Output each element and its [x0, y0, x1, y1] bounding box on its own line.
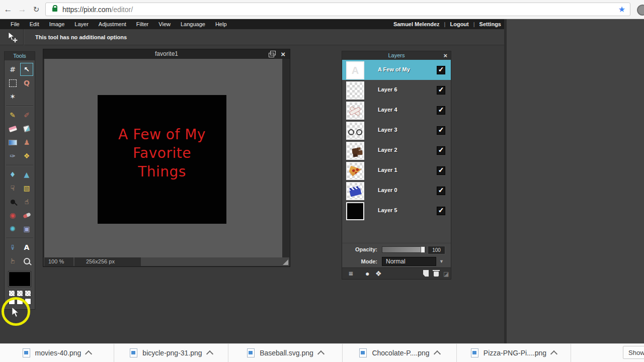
download-chevron-icon[interactable]	[85, 350, 92, 357]
smudge-tool[interactable]: ☟	[6, 182, 19, 195]
menu-item-edit[interactable]: Edit	[25, 19, 44, 29]
menu-item-file[interactable]: File	[6, 19, 25, 29]
browser-forward-icon[interactable]: →	[16, 4, 28, 15]
document-titlebar[interactable]: favorite1 ×	[43, 49, 290, 59]
sponge-tool[interactable]: ▧	[20, 182, 33, 195]
gradient-tool[interactable]	[6, 136, 19, 149]
pinch-tool[interactable]: ▣	[20, 222, 33, 235]
user-name[interactable]: Samuel Melendez	[393, 19, 440, 29]
color-replace-tool[interactable]: ✑	[6, 149, 19, 162]
move-tool[interactable]: ↖	[20, 63, 33, 76]
zoom-tool[interactable]	[20, 254, 33, 267]
window-restore-icon[interactable]	[269, 53, 274, 57]
browser-back-icon[interactable]: ←	[2, 4, 14, 15]
menu-item-filter[interactable]: Filter	[131, 19, 153, 29]
colorpicker-tool[interactable]: ✑	[6, 241, 19, 254]
mode-dropdown-arrow-icon[interactable]: ▼	[439, 259, 444, 264]
hand-tool[interactable]: ☞	[6, 254, 19, 267]
download-chevron-icon[interactable]	[434, 350, 441, 357]
layer-mask-icon[interactable]: ●	[365, 269, 369, 278]
canvas-image[interactable]: A Few of My Favorite Things	[98, 95, 226, 224]
opacity-value[interactable]: 100	[428, 246, 445, 254]
download-item-pizza-png-pi-png[interactable]: Pizza-PNG-Pi....png	[457, 344, 571, 362]
layer-settings-icon[interactable]: ≡	[349, 269, 353, 278]
menu-item-language[interactable]: Language	[176, 19, 210, 29]
download-chevron-icon[interactable]	[317, 350, 325, 357]
layer-visibility-checkbox[interactable]: ✓	[437, 126, 445, 135]
bloat-tool[interactable]: ✺	[6, 222, 19, 235]
opacity-slider[interactable]	[382, 246, 426, 253]
window-close-icon[interactable]: ×	[281, 49, 285, 59]
layer-visibility-checkbox[interactable]: ✓	[437, 187, 445, 195]
crop-tool[interactable]: #	[6, 63, 19, 76]
color-swatch[interactable]	[25, 290, 31, 297]
marquee-tool[interactable]	[6, 76, 19, 89]
layer-row-layer-1[interactable]: Layer 1✓	[342, 160, 451, 180]
zoom-level[interactable]: 100 %	[44, 257, 73, 266]
layer-thumbnail: A	[346, 61, 364, 79]
opacity-row: Opacity: 100	[342, 243, 451, 254]
layer-visibility-checkbox[interactable]: ✓	[437, 166, 445, 175]
new-layer-icon[interactable]	[423, 270, 429, 277]
menu-item-view[interactable]: View	[153, 19, 176, 29]
brush-tool[interactable]: ✐	[20, 109, 33, 122]
menu-item-image[interactable]: Image	[44, 19, 70, 29]
foreground-color-swatch[interactable]	[9, 272, 31, 287]
layer-visibility-checkbox[interactable]: ✓	[437, 66, 445, 74]
download-item-movies-40-png[interactable]: movies-40.png	[0, 344, 114, 362]
menu-item-layer[interactable]: Layer	[69, 19, 94, 29]
download-item-baseball-svg-png[interactable]: Baseball.svg.png	[228, 344, 343, 362]
bookmark-star-icon[interactable]: ★	[618, 5, 625, 14]
wand-tool[interactable]: ✶	[6, 90, 19, 103]
red-eye-tool[interactable]: ◉	[6, 209, 19, 222]
download-chevron-icon[interactable]	[550, 350, 557, 357]
layer-visibility-checkbox[interactable]: ✓	[437, 86, 445, 95]
layers-panel-close-icon[interactable]: ×	[443, 51, 447, 60]
layer-row-layer-5[interactable]: Layer 5✓	[342, 201, 451, 221]
dodge-tool[interactable]	[6, 195, 19, 208]
layer-row-layer-0[interactable]: Layer 0✓	[342, 180, 451, 201]
logout-link[interactable]: Logout	[450, 19, 468, 29]
layer-row-layer-4[interactable]: Layer 4✓	[342, 100, 451, 120]
layer-row-layer-3[interactable]: Layer 3✓	[342, 120, 451, 140]
layer-row-layer-6[interactable]: Layer 6✓	[342, 80, 451, 100]
drawing-tool[interactable]: ❖	[20, 149, 33, 162]
bucket-tool[interactable]	[20, 122, 33, 135]
eraser-tool[interactable]	[6, 122, 19, 135]
url-text: https://pixlr.com/editor/	[62, 6, 133, 14]
download-item-bicycle-png-31-png[interactable]: bicycle-png-31.png	[114, 344, 228, 362]
layer-visibility-checkbox[interactable]: ✓	[437, 146, 445, 155]
delete-layer-icon[interactable]	[434, 272, 439, 277]
menu-item-help[interactable]: Help	[210, 19, 232, 29]
lasso-tool[interactable]: Q	[20, 76, 33, 89]
menu-item-adjustment[interactable]: Adjustment	[94, 19, 131, 29]
window-resize-grip[interactable]	[283, 259, 288, 265]
type-tool[interactable]: A	[20, 241, 33, 254]
blend-mode-select[interactable]: Normal	[382, 257, 436, 266]
download-filename: Pizza-PNG-Pi....png	[484, 349, 546, 357]
layer-name: Layer 6	[378, 86, 397, 93]
layer-visibility-checkbox[interactable]: ✓	[437, 207, 445, 215]
sharpen-tool[interactable]: ▲	[20, 168, 33, 181]
layer-visibility-checkbox[interactable]: ✓	[437, 106, 445, 115]
download-chevron-icon[interactable]	[206, 350, 213, 357]
layer-row-layer-2[interactable]: Layer 2✓	[342, 140, 451, 160]
browser-toolbar: ← → ↻ https://pixlr.com/editor/ ★	[0, 0, 644, 19]
burn-tool[interactable]: ☝	[20, 195, 33, 208]
show-all-downloads-button[interactable]: Show all	[623, 346, 644, 359]
settings-link[interactable]: Settings	[479, 19, 501, 29]
browser-reload-icon[interactable]: ↻	[30, 4, 42, 15]
color-swatch[interactable]	[17, 290, 23, 297]
gradient-tool-icon	[9, 140, 17, 145]
blur-tool[interactable]: ♦	[6, 168, 19, 181]
opacity-slider-handle[interactable]	[421, 246, 425, 253]
pencil-tool[interactable]: ✎	[6, 109, 19, 122]
spot-heal-tool[interactable]	[20, 209, 33, 222]
color-swatch[interactable]	[9, 290, 15, 297]
layer-style-icon[interactable]: ❖	[375, 269, 382, 278]
download-item-chocolate-p-png[interactable]: Chocolate-P....png	[343, 344, 457, 362]
address-bar[interactable]: https://pixlr.com/editor/ ★	[45, 3, 630, 16]
browser-profile-icon[interactable]	[637, 5, 644, 16]
layer-row-a-few-of-my[interactable]: AA Few of My✓	[342, 60, 451, 80]
clone-stamp-tool[interactable]: ♟	[20, 136, 33, 149]
